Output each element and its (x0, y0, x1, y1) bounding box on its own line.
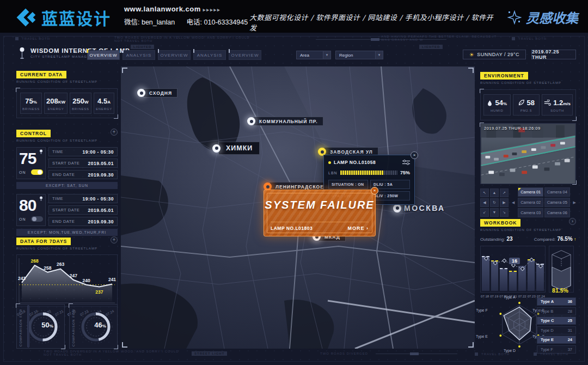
panel-environment: ENVIRONMENT RUNNING CONDITION OF STREETL… (480, 70, 576, 120)
start-date-row[interactable]: START DATE2019.05.01 (48, 159, 118, 168)
map-corner (122, 342, 127, 348)
schedule-toggle[interactable] (31, 216, 43, 222)
type-row-c[interactable]: Type C25 (537, 317, 576, 325)
type-row-b[interactable]: Type B28 (537, 307, 576, 315)
schedule-block-2: 80 ON TIME19:00 - 05:30 START DATE2019.0… (16, 194, 118, 226)
camera-dpad: ↖ ▲ ↗ ◀ ↻ ▶ ↙ ▼ ↘ (480, 188, 509, 217)
arrows-decor: ▸▸▸▸▸ (203, 7, 221, 13)
expand-button[interactable]: + (111, 236, 118, 244)
time-row[interactable]: TIME19:00 - 05:30 (48, 194, 118, 203)
map-label-skhodnya[interactable]: СХОДНЯ (137, 88, 177, 98)
wechat-id: 微信: ben_lanlan (124, 19, 175, 26)
stat-humidity: 54% HUMID (483, 94, 511, 115)
pan-up-left-icon[interactable]: ↖ (480, 188, 489, 197)
panel-title-badge: CONTROL (16, 130, 51, 137)
city-map[interactable]: СХОДНЯ КОММУНАЛЬНЫЙ ПР. ХИМКИ ЗАВОДСКАЯ … (121, 66, 475, 349)
pan-right-icon[interactable]: ▶ (500, 198, 509, 207)
panel-comparison: COMPARISON FOR 50% COMPARISON FOR 46% (16, 304, 118, 349)
gauge-label: COMPARISON FOR (72, 309, 75, 346)
lbn-label: LBN (328, 171, 338, 175)
sliders-icon[interactable] (402, 160, 410, 165)
point-label: 258 (44, 265, 51, 271)
decor-slider (27, 305, 29, 348)
workbook-stats: Outstanding:23 Compared:76.5% ↑ (480, 236, 576, 242)
pan-down-right-icon[interactable]: ↘ (500, 208, 509, 217)
tab-analysis-2[interactable]: ANALYSIS (193, 50, 226, 60)
camera-button-1[interactable]: Camera 01 (518, 187, 543, 197)
area-select-value: Area (300, 53, 309, 58)
comparison-gauge-1: COMPARISON FOR 50% (16, 304, 65, 349)
decor-checkbox (512, 37, 515, 40)
lamp-pin-icon[interactable] (393, 204, 401, 212)
panel-title-badge: CURRENT DATA (16, 71, 66, 78)
decor-text: TRAVEL BOTH (518, 37, 547, 40)
compared-label: Compared: (534, 237, 556, 242)
type-row-e[interactable]: Type E24 (537, 336, 576, 344)
camera-next-icon[interactable]: ▶ (573, 200, 576, 205)
type-list: Type A36 Type B28 Type C25 Type D31 Type… (537, 297, 576, 355)
stat-pm25: 58 PM2.5 (513, 94, 540, 115)
map-label-khimki[interactable]: ХИМКИ (212, 142, 260, 155)
camera-prev-icon[interactable]: ◀ (512, 200, 514, 205)
reset-icon[interactable]: ↻ (490, 198, 499, 207)
more-button[interactable]: MORE › (348, 226, 369, 231)
lamp-pin-icon[interactable] (247, 117, 255, 125)
tab-overview-2[interactable]: OVERVIEW (158, 50, 191, 60)
decor-checkbox (534, 352, 537, 356)
camera-button-4[interactable]: Camera 04 (544, 187, 570, 197)
collect-text: 灵感收集 (526, 8, 578, 27)
on-label: ON (19, 217, 26, 221)
close-icon[interactable]: × (411, 151, 418, 159)
tab-analysis-1[interactable]: ANALYSIS (122, 50, 155, 60)
collect-link[interactable]: 灵感收集 (507, 8, 578, 27)
pan-left-icon[interactable]: ◀ (480, 198, 489, 207)
sun-icon: ☀ (469, 52, 474, 58)
area-select[interactable]: Area ▾ (296, 51, 331, 59)
camera-button-5[interactable]: Camera 05 (544, 198, 570, 207)
brightness-progress[interactable]: LBN 75% (328, 170, 410, 175)
end-date-row[interactable]: END DATE2019.09.30 (48, 217, 118, 226)
bulb-icon (39, 149, 43, 154)
camera-list: Camera 01 Camera 04 Camera 02 Camera 05 … (518, 187, 569, 217)
camera-button-6[interactable]: Camera 06 (544, 208, 570, 217)
close-icon[interactable]: × (371, 187, 378, 194)
pan-down-left-icon[interactable]: ↙ (480, 208, 489, 217)
pan-down-icon[interactable]: ▼ (490, 208, 499, 217)
schedule-toggle[interactable] (31, 169, 43, 175)
streetlamp-icon (19, 47, 26, 60)
lamp-pin-icon[interactable] (137, 89, 145, 97)
camera-video-feed[interactable]: 2019.07.25 THUR 18:26:09 (480, 123, 576, 184)
end-date-row[interactable]: END DATE2019.09.30 (48, 170, 118, 179)
top-banner: 蓝蓝设计 www.lanlanwork.com ▸▸▸▸▸ 微信: ben_la… (0, 0, 588, 33)
region-select-value: Region (339, 53, 353, 58)
tab-overview-3[interactable]: OVERVIEW (229, 50, 261, 60)
panel-title-badge: WORKBOOK (480, 219, 520, 227)
on-label: ON (19, 171, 26, 174)
tab-overview-1[interactable]: OVERVIEW (87, 50, 120, 60)
panel-subtitle: RUNNING CONDITION OF STREETLAMP (16, 247, 118, 250)
type-row-d[interactable]: Type D31 (537, 326, 576, 334)
field-situation: SITUATION : ON (328, 180, 368, 189)
pan-up-right-icon[interactable]: ↗ (500, 188, 509, 197)
start-date-row[interactable]: START DATE2019.05.01 (48, 205, 118, 215)
map-label-moskva[interactable]: МОСКВА (393, 204, 445, 212)
map-label-kommunalny[interactable]: КОММУНАЛЬНЫЙ ПР. (247, 117, 323, 126)
pan-up-icon[interactable]: ▲ (490, 188, 499, 197)
more-button[interactable]: › (569, 218, 576, 225)
website-link[interactable]: www.lanlanwork.com (124, 5, 201, 13)
compared-value: 76.5% (557, 236, 572, 242)
time-row[interactable]: TIME19:00 - 05:30 (48, 147, 118, 156)
camera-button-3[interactable]: Camera 03 (518, 208, 543, 217)
region-select[interactable]: Region ▾ (335, 51, 383, 59)
system-failure-alert: × SYSTEM FAILURE LAMP NO.L01803 MORE › (264, 190, 376, 236)
phone-number: 电话: 010-63334945 (187, 19, 248, 26)
decor-text: TWO ROADS DIVERGED IN A YELLOW WOOD, AND… (114, 36, 278, 42)
type-row-a[interactable]: Type A36 (537, 297, 576, 306)
point-label: 241 (108, 277, 116, 282)
lamp-pin-icon[interactable] (212, 144, 220, 153)
radar-label-a: Type A (499, 295, 520, 299)
decor-badge: STREET LIGHT (192, 351, 227, 356)
add-schedule-button[interactable]: + (111, 129, 118, 136)
screen: 蓝蓝设计 www.lanlanwork.com ▸▸▸▸▸ 微信: ben_la… (0, 0, 588, 365)
camera-button-2[interactable]: Camera 02 (518, 198, 543, 207)
